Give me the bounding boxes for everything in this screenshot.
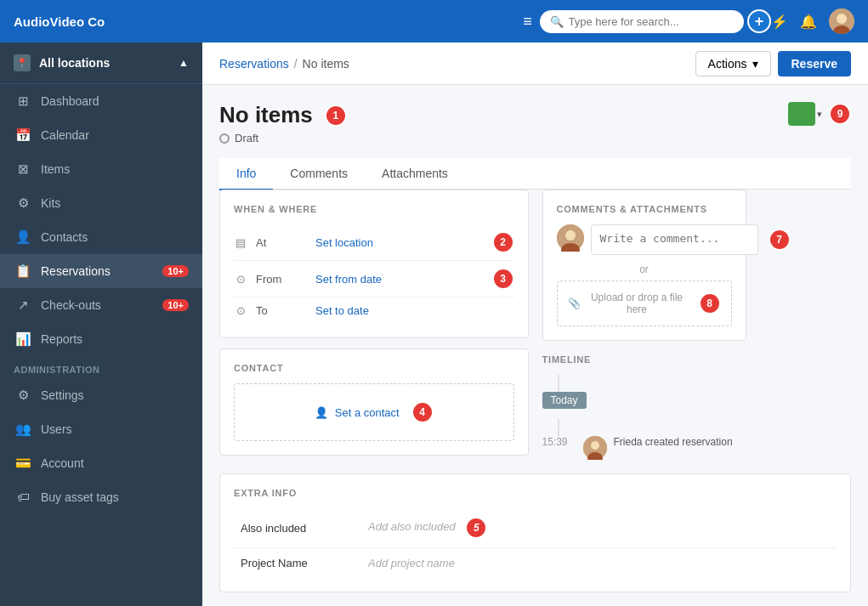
kits-icon: ⚙ [14,195,32,211]
color-button[interactable] [788,102,815,126]
left-col: WHEN & WHERE ▤ At Set location 2 ⊙ From … [219,190,529,460]
sidebar-item-label: Contacts [41,230,88,244]
sidebar-item-dashboard[interactable]: ⊞ Dashboard [0,84,202,118]
actions-label: Actions [708,57,747,71]
extra-label-0: Also included [234,508,361,548]
page-title-area: No items 1 Draft [219,102,347,144]
from-field-row: ⊙ From Set from date 3 [234,261,514,297]
upload-label: Upload or drop a file here [586,292,689,315]
when-where-card: WHEN & WHERE ▤ At Set location 2 ⊙ From … [219,190,529,338]
event-text: Frieda created reservation [614,436,733,448]
admin-section-label: Administration [0,356,202,378]
tab-attachments[interactable]: Attachments [365,158,465,190]
contact-card: CONTACT 👤 Set a contact 4 [219,348,529,456]
contact-icon: 👤 [315,406,328,419]
at-value[interactable]: Set location [315,236,373,249]
annotation-2: 2 [492,231,514,253]
breadcrumb-parent[interactable]: Reservations [219,57,289,71]
content-header: Reservations / No items Actions ▾ Reserv… [202,42,868,85]
sidebar-item-items[interactable]: ⊠ Items [0,152,202,186]
commenter-avatar [557,224,584,252]
sidebar-item-label: Dashboard [41,94,99,108]
contacts-icon: 👤 [14,229,32,245]
sidebar-item-label: Settings [41,388,84,402]
sidebar-item-account[interactable]: 💳 Account [0,446,202,480]
extra-label-1: Project Name [234,548,361,579]
contact-title: CONTACT [234,363,514,373]
svg-point-8 [591,441,599,450]
sidebar-item-reports[interactable]: 📊 Reports [0,322,202,356]
reservations-icon: 📋 [14,263,32,279]
account-icon: 💳 [14,456,32,471]
sidebar-item-label: Kits [41,196,60,210]
draft-circle-icon [219,133,230,144]
sidebar-item-label: Reports [41,332,82,346]
table-row: Also included Add also included 5 [234,508,837,548]
from-value[interactable]: Set from date [315,273,382,286]
draft-status: Draft [219,132,347,144]
reservations-badge: 10+ [162,265,189,277]
sidebar-item-buy-asset-tags[interactable]: 🏷 Buy asset tags [0,480,202,513]
sidebar-item-label: Check-outs [41,298,101,312]
sidebar-item-label: Reservations [41,264,111,278]
search-input[interactable] [569,15,734,28]
avatar[interactable] [829,8,854,34]
tag-icon: 🏷 [14,490,32,504]
timeline-section: TIMELINE Today 15:39 Frieda created rese… [542,354,746,460]
actions-arrow-icon: ▾ [752,57,758,71]
top-nav: AudioVideo Co ≡ 🔍 + ⚡ 🔔 [0,0,868,42]
annotation-1: 1 [325,105,347,127]
hamburger-icon[interactable]: ≡ [523,13,532,31]
annotation-5: 5 [465,517,487,539]
set-contact-field[interactable]: 👤 Set a contact 4 [234,383,514,441]
flash-icon[interactable]: ⚡ [771,14,788,30]
sidebar-item-label: Calendar [41,128,89,142]
extra-value-1[interactable]: Add project name [361,548,837,579]
color-dropdown-arrow[interactable]: ▾ [817,109,822,120]
users-icon: 👥 [14,422,32,437]
actions-button[interactable]: Actions ▾ [695,51,771,76]
page-title: No items [219,102,313,128]
bell-icon[interactable]: 🔔 [800,14,817,30]
annotation-9: 9 [829,103,851,125]
header-actions: Actions ▾ Reserve [695,51,851,76]
tab-info[interactable]: Info [219,158,273,190]
sidebar-item-calendar[interactable]: 📅 Calendar [0,118,202,152]
to-label: To [256,304,307,317]
timeline-line-top [558,375,559,392]
app-brand: AudioVideo Co [14,14,513,29]
annotation-4: 4 [411,401,434,423]
event-time: 15:39 [542,436,576,448]
main-layout: 📍 All locations ▲ ⊞ Dashboard 📅 Calendar… [0,42,868,606]
sidebar-item-reservations[interactable]: 📋 Reservations 10+ [0,254,202,288]
extra-info-table: Also included Add also included 5 Projec… [234,508,837,578]
clock-to-icon: ⊙ [234,304,247,317]
sidebar-item-users[interactable]: 👥 Users [0,412,202,446]
annotation-7: 7 [769,229,791,251]
extra-info-title: EXTRA INFO [234,488,297,498]
clock-from-icon: ⊙ [234,273,247,286]
color-swatch-icon [796,110,808,118]
draft-label: Draft [235,132,258,144]
set-contact-label: Set a contact [335,406,400,419]
sidebar-item-checkouts[interactable]: ↗ Check-outs 10+ [0,288,202,322]
to-value[interactable]: Set to date [315,304,369,317]
upload-icon: 📎 [568,297,581,309]
svg-rect-3 [796,110,808,118]
location-selector[interactable]: 📍 All locations ▲ [0,42,202,84]
sidebar-item-settings[interactable]: ⚙ Settings [0,378,202,412]
sidebar-item-label: Account [41,456,84,470]
comment-input[interactable] [591,224,758,255]
sidebar-item-kits[interactable]: ⚙ Kits [0,186,202,220]
timeline-event: 15:39 Frieda created reservation [542,436,746,460]
annotation-8: 8 [699,292,721,314]
svg-point-1 [837,14,847,24]
tab-comments[interactable]: Comments [273,158,365,190]
reserve-button[interactable]: Reserve [778,51,852,76]
extra-value-0[interactable]: Add also included 5 [361,508,837,548]
upload-box[interactable]: 📎 Upload or drop a file here 8 [557,280,732,326]
add-button[interactable]: + [747,9,771,33]
extra-info-card: EXTRA INFO Also included Add also includ… [219,473,851,592]
sidebar-item-contacts[interactable]: 👤 Contacts [0,220,202,254]
annotation-3: 3 [492,268,514,290]
